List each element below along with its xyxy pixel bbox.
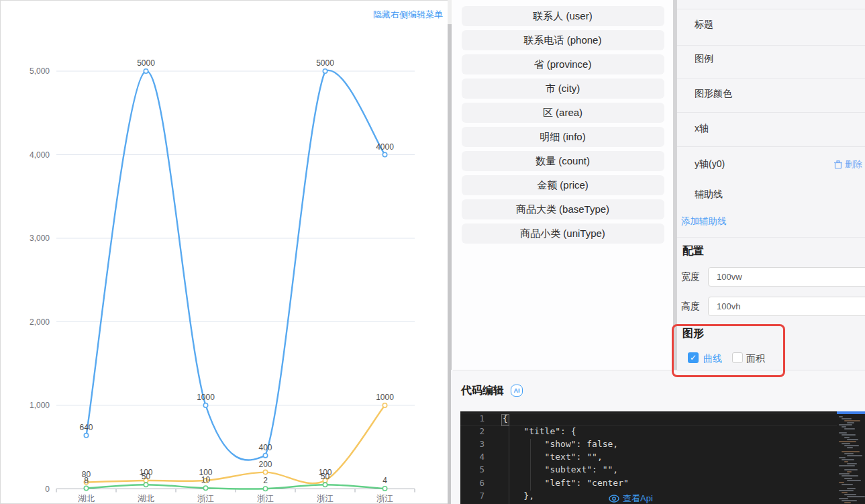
data-point-marker: [323, 69, 327, 73]
x-axis-category-label: 浙江: [257, 494, 274, 503]
field-pill[interactable]: 商品小类 (uniType): [462, 223, 664, 244]
minimap-line: [842, 443, 850, 444]
trash-icon: [834, 160, 842, 169]
panel-row-graph-color[interactable]: 图形颜色: [695, 88, 732, 100]
minimap-line: [839, 424, 852, 425]
minimap-line: [847, 422, 854, 423]
settings-panel: 标题 图例 图形颜色 x轴 y轴(y0) 辅助线 删除 添加辅助线 配置 宽度 …: [677, 0, 865, 370]
data-point-marker: [203, 486, 207, 490]
line-chart: 01,0002,0003,0004,0005,000湖北湖北浙江浙江浙江浙江64…: [1, 1, 450, 504]
minimap-line: [842, 418, 852, 419]
panel-row-x-axis[interactable]: x轴: [695, 123, 709, 135]
field-pill[interactable]: 明细 (info): [462, 127, 664, 147]
code-line: 4 "text": "",: [460, 452, 865, 464]
minimap-line: [847, 471, 852, 472]
minimap-line: [847, 480, 861, 481]
data-point-label: 1000: [376, 393, 394, 402]
code-edit-heading: 代码编辑: [461, 384, 504, 398]
line-series: [87, 485, 385, 489]
minimap-line: [842, 500, 857, 501]
y-axis-tick-label: 4,000: [30, 150, 50, 160]
view-api-label: 查看Api: [623, 493, 653, 504]
app-root: 01,0002,0003,0004,0005,000湖北湖北浙江浙江浙江浙江64…: [0, 0, 865, 504]
data-point-marker: [144, 483, 148, 487]
area-checkbox-label[interactable]: 面积: [746, 353, 765, 365]
data-point-marker: [84, 486, 88, 490]
code-text: "title": {: [503, 426, 576, 436]
data-point-marker: [323, 483, 327, 487]
y-axis-tick-label: 1,000: [30, 401, 50, 410]
graphic-heading: 图形: [682, 327, 704, 341]
minimap-line: [839, 457, 846, 458]
minimap-line: [844, 502, 851, 503]
panel-row-legend[interactable]: 图例: [695, 53, 713, 65]
minimap-slider[interactable]: [837, 411, 865, 414]
data-point-marker: [263, 487, 267, 491]
data-point-marker: [203, 403, 207, 407]
minimap-line: [844, 494, 856, 495]
height-label: 高度: [681, 301, 700, 313]
minimap-line: [842, 475, 858, 476]
x-axis-category-label: 湖北: [138, 494, 155, 503]
area-checkbox[interactable]: [732, 352, 743, 363]
line-series: [87, 70, 385, 460]
minimap-line: [839, 416, 843, 417]
hide-right-menu-link[interactable]: 隐藏右侧编辑菜单: [373, 9, 443, 21]
x-axis-category-label: 湖北: [78, 494, 95, 503]
minimap-line: [839, 441, 856, 442]
view-api-link[interactable]: 查看Api: [609, 493, 653, 504]
minimap-line: [844, 478, 852, 479]
chart-panel: 01,0002,0003,0004,0005,000湖北湖北浙江浙江浙江浙江64…: [0, 0, 450, 504]
code-text: "show": false,: [503, 439, 618, 449]
ai-badge-icon[interactable]: AI: [511, 385, 523, 397]
line-number: 7: [460, 491, 485, 501]
field-pill[interactable]: 数量 (count): [462, 151, 664, 171]
minimap-line: [842, 484, 853, 485]
x-axis-category-label: 浙江: [197, 494, 214, 503]
data-point-label: 5000: [137, 58, 155, 68]
delete-y-axis-link[interactable]: 删除: [834, 158, 862, 170]
x-axis-category-label: 浙江: [376, 494, 393, 503]
section-divider: [453, 370, 865, 370]
add-aux-line-link[interactable]: 添加辅助线: [681, 215, 727, 228]
field-pill[interactable]: 商品大类 (baseType): [462, 199, 664, 219]
code-text: "subtext": "",: [503, 464, 618, 474]
curve-checkbox-label[interactable]: 曲线: [703, 353, 722, 365]
field-pill[interactable]: 金额 (price): [462, 175, 664, 195]
eye-icon: [609, 495, 619, 503]
code-editor[interactable]: 1{2 "title": {3 "show": false,4 "text": …: [460, 411, 865, 504]
minimap-line: [847, 439, 858, 440]
divider: [677, 9, 865, 9]
field-pill[interactable]: 区 (area): [462, 103, 664, 123]
divider: [677, 79, 865, 79]
divider: [677, 112, 865, 113]
data-point-label: 1000: [197, 393, 215, 402]
panel-row-y-axis[interactable]: y轴(y0): [695, 158, 725, 170]
data-point-marker: [84, 434, 88, 438]
line-number: 5: [460, 464, 485, 474]
minimap-line: [847, 455, 862, 456]
code-text: "left": "center": [503, 478, 629, 488]
minimap-line: [839, 432, 847, 434]
minimap[interactable]: [837, 411, 865, 504]
line-number: 4: [460, 452, 485, 462]
curve-checkbox[interactable]: ✓: [688, 352, 699, 363]
y-axis-tick-label: 2,000: [30, 317, 50, 327]
field-pill[interactable]: 省 (province): [462, 54, 664, 74]
field-pill[interactable]: 联系电话 (phone): [462, 30, 664, 50]
field-pill[interactable]: 市 (city): [462, 79, 664, 99]
panel-row-aux-line[interactable]: 辅助线: [695, 189, 723, 201]
data-point-marker: [263, 454, 267, 458]
panel-row-title[interactable]: 标题: [695, 19, 713, 31]
minimap-line: [847, 447, 853, 448]
minimap-line: [847, 488, 856, 489]
width-input[interactable]: [708, 267, 865, 287]
minimap-line: [839, 482, 844, 483]
field-pill[interactable]: 联系人 (user): [462, 6, 664, 26]
minimap-line: [842, 426, 846, 427]
height-input[interactable]: [708, 297, 865, 316]
delete-label: 删除: [845, 158, 862, 170]
config-heading: 配置: [682, 244, 704, 258]
data-point-label: 5000: [316, 58, 334, 68]
data-point-label: 50: [321, 472, 330, 481]
